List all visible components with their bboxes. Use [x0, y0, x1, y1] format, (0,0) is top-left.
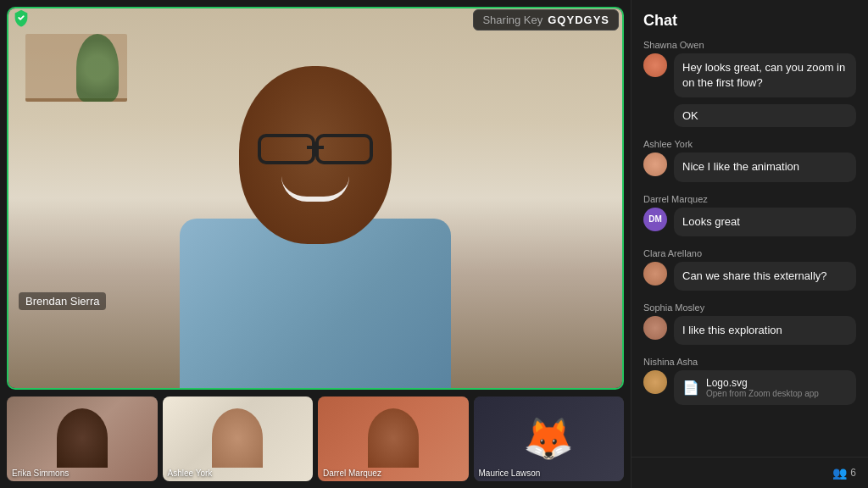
- sharing-key-badge: Sharing Key GQYDGYS: [473, 9, 619, 30]
- file-bubble-nishina[interactable]: 📄 Logo.svg Open from Zoom desktop app: [674, 370, 856, 405]
- people-icon: 👥: [832, 466, 847, 480]
- main-video-bg: [8, 8, 622, 388]
- bubble-row-nishina: 📄 Logo.svg Open from Zoom desktop app: [643, 370, 856, 405]
- avatar-sophia: [643, 316, 667, 340]
- shelf-decoration: [25, 34, 127, 102]
- thumb-name-4: Maurice Lawson: [479, 469, 541, 478]
- glasses-right: [315, 134, 373, 164]
- chat-message-shawna: Shawna Owen Hey looks great, can you zoo…: [643, 40, 856, 127]
- shield-icon: [12, 8, 31, 30]
- avatar-ashlee: [643, 152, 667, 176]
- sender-clara: Clara Arellano: [643, 248, 856, 258]
- main-video: Brendan Sierra: [7, 7, 624, 390]
- avatar-shawna: [643, 53, 667, 77]
- bubble-shawna: Hey looks great, can you zoom in on the …: [674, 53, 856, 97]
- file-action: Open from Zoom desktop app: [706, 389, 819, 398]
- thumbnail-erika-simmons[interactable]: Erika Simmons: [7, 396, 158, 481]
- plant-decoration: [76, 34, 119, 102]
- bubble-sophia: I like this exploration: [674, 316, 856, 345]
- fox-avatar-icon: 🦊: [523, 419, 574, 459]
- thumb-person-2: [212, 408, 263, 468]
- speaker-smile: [281, 176, 349, 202]
- chat-title: Chat: [632, 12, 868, 40]
- bubble-clara: Can we share this externally?: [674, 262, 856, 291]
- chat-message-darrel: Darrel Marquez DM Looks great: [643, 194, 856, 236]
- thumb-name-3: Darrel Marquez: [323, 469, 381, 478]
- bubble-row-darrel: DM Looks great: [643, 208, 856, 236]
- thumbnail-maurice-lawson[interactable]: 🦊 Maurice Lawson: [474, 396, 625, 481]
- bubble-ok-shawna: OK: [674, 104, 856, 127]
- bubble-darrel: Looks great: [674, 208, 856, 236]
- sender-ashlee: Ashlee York: [643, 139, 856, 149]
- sender-sophia: Sophia Mosley: [643, 302, 856, 313]
- avatar-nishina: [643, 370, 667, 394]
- participant-count: 👥 6: [832, 466, 856, 480]
- chat-message-nishina: Nishina Asha 📄 Logo.svg Open from Zoom d…: [643, 357, 856, 405]
- chat-message-ashlee: Ashlee York Nice I like the animation: [643, 139, 856, 181]
- chat-footer: 👥 6: [632, 457, 868, 488]
- video-area: Sharing Key GQYDGYS Brendan Sierra: [0, 0, 631, 488]
- sharing-key-value: GQYDGYS: [548, 14, 609, 26]
- thumb-person-3: [368, 408, 419, 468]
- sender-darrel: Darrel Marquez: [643, 194, 856, 204]
- sharing-key-label: Sharing Key: [482, 14, 542, 26]
- top-bar: Sharing Key GQYDGYS: [0, 0, 631, 39]
- speaker-name-label: Brendan Sierra: [19, 292, 106, 310]
- bubble-row-sophia: I like this exploration: [643, 316, 856, 345]
- thumbnail-darrel-marquez[interactable]: Darrel Marquez: [318, 396, 469, 481]
- avatar-darrel: DM: [643, 208, 667, 231]
- bubble-ashlee: Nice I like the animation: [674, 152, 856, 181]
- thumb-name-2: Ashlee York: [168, 469, 213, 478]
- thumbnail-strip: Erika Simmons Ashlee York Darrel Marquez…: [7, 396, 624, 481]
- speaker-face: [239, 66, 392, 244]
- avatar-clara: [643, 262, 667, 286]
- thumb-name-1: Erika Simmons: [12, 469, 69, 478]
- chat-messages[interactable]: Shawna Owen Hey looks great, can you zoo…: [632, 40, 868, 457]
- bubble-row-shawna: Hey looks great, can you zoom in on the …: [643, 53, 856, 97]
- glasses-left: [258, 134, 315, 164]
- chat-panel: Chat Shawna Owen Hey looks great, can yo…: [631, 0, 868, 488]
- thumb-person-1: [57, 408, 108, 468]
- chat-message-clara: Clara Arellano Can we share this externa…: [643, 248, 856, 291]
- sender-shawna: Shawna Owen: [643, 40, 856, 50]
- file-icon: 📄: [682, 380, 699, 396]
- bubble-row-clara: Can we share this externally?: [643, 262, 856, 291]
- glasses-bridge: [307, 146, 324, 149]
- count-value: 6: [850, 467, 856, 479]
- file-name: Logo.svg: [706, 377, 819, 389]
- sender-nishina: Nishina Asha: [643, 357, 856, 367]
- bubble-row-ashlee: Nice I like the animation: [643, 152, 856, 181]
- file-info: Logo.svg Open from Zoom desktop app: [706, 377, 819, 398]
- speaker-shirt: [180, 219, 451, 388]
- thumbnail-ashlee-york[interactable]: Ashlee York: [163, 396, 314, 481]
- chat-message-sophia: Sophia Mosley I like this exploration: [643, 302, 856, 345]
